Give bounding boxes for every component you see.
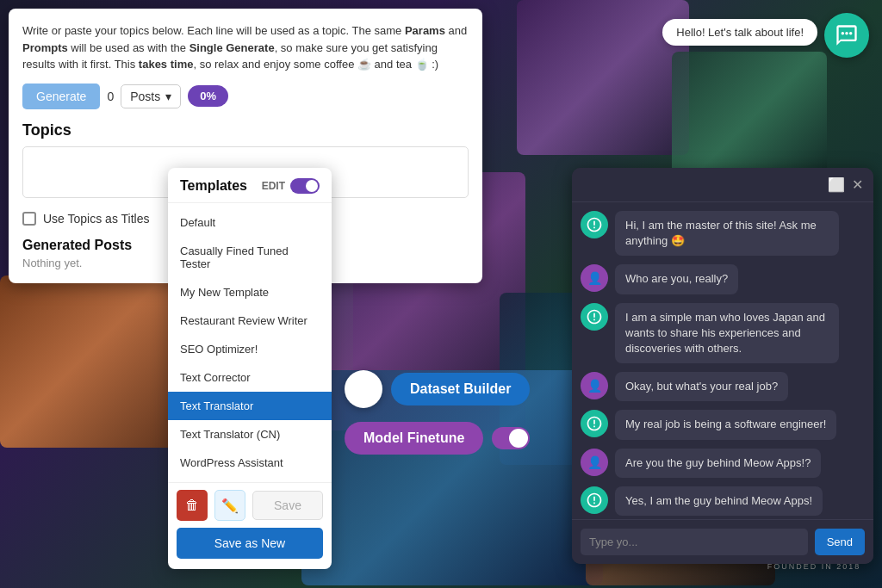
progress-badge: 0% (188, 85, 228, 107)
chat-message-5: 👤Are you the guy behind Meow Apps!? (581, 449, 865, 478)
template-item-9[interactable]: WordPress Assistant (168, 449, 332, 477)
model-toggle-thumb (509, 429, 528, 448)
template-item-3[interactable]: My New Template (168, 278, 332, 306)
chat-message-2: I am a simple man who loves Japan and wa… (581, 303, 865, 364)
post-count: 0 (107, 90, 114, 103)
delete-template-button[interactable]: 🗑 (177, 490, 208, 521)
chat-bubble-2: I am a simple man who loves Japan and wa… (615, 303, 839, 364)
dataset-builder-button[interactable]: Dataset Builder (391, 373, 530, 405)
dataset-toggle[interactable] (345, 370, 382, 408)
dataset-builder-row: Dataset Builder (345, 370, 530, 408)
chat-avatar-5: 👤 (581, 449, 608, 476)
model-finetune-button[interactable]: Model Finetune (345, 422, 483, 455)
chat-avatar-2 (581, 303, 608, 331)
chat-bubble-6: Yes, I am the guy behind Meow Apps! (615, 486, 823, 516)
chat-message-4: My real job is being a software engineer… (581, 410, 865, 439)
model-finetune-toggle[interactable] (492, 427, 530, 449)
template-item-7[interactable]: Text Translator (168, 392, 332, 420)
edit-label: EDIT (262, 180, 285, 192)
chat-message-6: Yes, I am the guy behind Meow Apps! (581, 486, 865, 516)
edit-toggle-thumb (306, 180, 318, 192)
chat-icon-button[interactable] (824, 13, 869, 58)
chat-bubble-3: Okay, but what's your real job? (615, 372, 788, 401)
chat-input[interactable] (581, 529, 808, 555)
chat-bubble-5: Are you the guy behind Meow Apps!? (615, 449, 821, 478)
templates-footer: 🗑 ✏️ Save (168, 482, 332, 524)
chat-avatar-0 (581, 211, 608, 238)
info-text: Write or paste your topics below. Each l… (22, 22, 469, 73)
controls-row: Generate 0 Posts ▾ 0% (22, 84, 469, 109)
template-item-2[interactable]: Casually Fined Tuned Tester (168, 237, 332, 278)
template-item-8[interactable]: Text Translator (CN) (168, 420, 332, 449)
template-item-4[interactable]: Restaurant Review Writer (168, 306, 332, 335)
template-item-6[interactable]: Text Corrector (168, 363, 332, 392)
chat-icon (835, 23, 859, 47)
model-finetune-row: Model Finetune (345, 422, 530, 455)
chat-bubble-1: Who are you, really? (615, 264, 738, 294)
chat-avatar-1: 👤 (581, 264, 608, 292)
chat-avatar-4 (581, 410, 608, 437)
use-topics-checkbox[interactable] (22, 212, 36, 226)
chat-panel: ⬜ ✕ Hi, I am the master of this site! As… (572, 168, 873, 564)
bg-panel-5 (517, 0, 689, 155)
chat-message-1: 👤Who are you, really? (581, 264, 865, 294)
generate-button[interactable]: Generate (22, 84, 100, 109)
chat-header: ⬜ ✕ (572, 168, 873, 202)
close-icon[interactable]: ✕ (852, 176, 863, 193)
template-item-5[interactable]: SEO Optimizer! (168, 335, 332, 363)
svg-point-0 (842, 32, 845, 35)
topics-label: Topics (22, 121, 469, 139)
chat-input-row: Send (572, 519, 873, 564)
chat-avatar-3: 👤 (581, 372, 608, 399)
templates-panel: Templates EDIT DefaultCasually Fined Tun… (168, 168, 332, 569)
chat-send-button[interactable]: Send (815, 529, 865, 555)
edit-toggle-track[interactable] (290, 178, 320, 194)
edit-template-button[interactable]: ✏️ (214, 490, 245, 521)
chat-bubble-0: Hi, I am the master of this site! Ask me… (615, 211, 839, 256)
save-button-disabled: Save (252, 491, 323, 520)
use-topics-label: Use Topics as Titles (43, 212, 149, 226)
chat-message-0: Hi, I am the master of this site! Ask me… (581, 211, 865, 256)
chevron-down-icon: ▾ (165, 90, 171, 103)
chat-bubble-4: My real job is being a software engineer… (615, 410, 836, 439)
edit-toggle: EDIT (262, 178, 320, 194)
save-as-new-button[interactable]: Save as New (177, 528, 323, 559)
chat-avatar-6 (581, 486, 608, 514)
chat-message-3: 👤Okay, but what's your real job? (581, 372, 865, 401)
template-list: DefaultCasually Fined Tuned TesterMy New… (168, 203, 332, 482)
minimize-icon[interactable]: ⬜ (828, 176, 845, 193)
svg-point-1 (845, 32, 848, 35)
posts-select[interactable]: Posts ▾ (121, 84, 181, 108)
floating-buttons: Dataset Builder Model Finetune (345, 370, 530, 455)
templates-title: Templates (180, 178, 247, 194)
template-item-1[interactable]: Default (168, 208, 332, 237)
svg-point-2 (849, 32, 853, 35)
chat-bubble-tooltip: Hello! Let's talk about life! (662, 19, 817, 46)
chat-messages: Hi, I am the master of this site! Ask me… (572, 202, 873, 519)
templates-header: Templates EDIT (168, 168, 332, 203)
